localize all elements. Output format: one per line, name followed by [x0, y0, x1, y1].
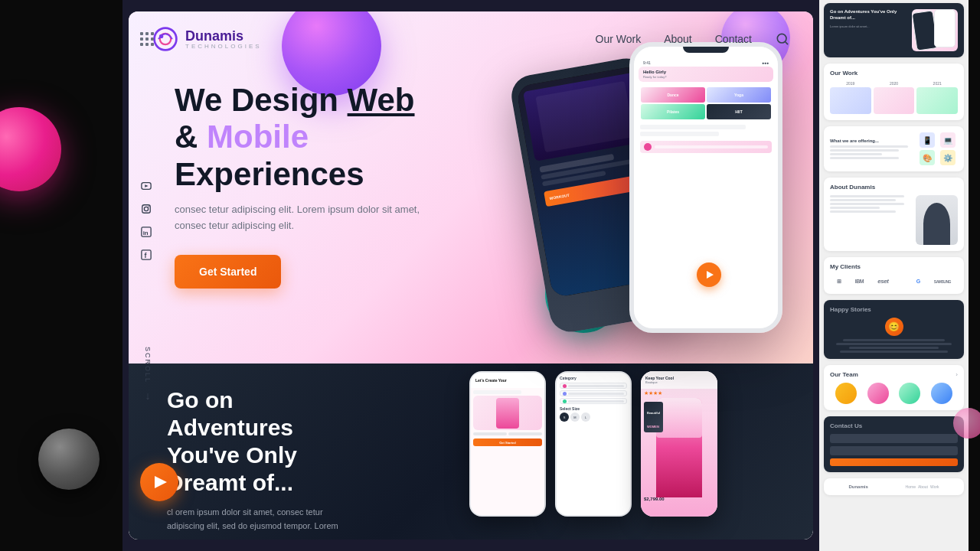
dark-play-icon: [155, 476, 167, 488]
svg-rect-6: [142, 205, 151, 214]
svg-point-0: [155, 28, 177, 51]
rp-hero-text: Go on Adventures You've Only Dreamt of..…: [830, 9, 909, 51]
dark-phone-3: Keep Your Cool Boutique ★★★★ $2,799.00: [641, 371, 717, 517]
rp-about-content: [830, 195, 958, 245]
rp-offering-title: What we are offering...: [830, 139, 916, 143]
pink-ball-decoration: [0, 107, 61, 191]
youtube-icon[interactable]: [140, 180, 152, 192]
grid-dot: [151, 32, 154, 35]
rp-about-person: [916, 195, 958, 245]
rp-happy-avatar: 😊: [885, 318, 903, 336]
rp-happy-lines: [830, 339, 958, 353]
grid-dot: [140, 43, 143, 46]
gray-ball-decoration: [38, 429, 100, 490]
dark-section-phones: Let's Create Your Get Started: [374, 364, 813, 540]
rp-footer-card: Dunamis Home About Work: [824, 478, 964, 495]
rp-offering-content: What we are offering... 📱 💻 🎨: [830, 132, 958, 165]
grid-dot: [145, 37, 149, 41]
rp-icon-3: 🎨: [920, 150, 935, 165]
rp-team-card: Our Team ›: [824, 365, 964, 410]
rp-work-thumb-2: [874, 87, 915, 114]
main-content-area: Dunamis Technologies Our Work About Cont…: [129, 11, 813, 540]
scroll-indicator: Scroll ↓: [144, 347, 152, 402]
facebook-icon[interactable]: f: [140, 249, 152, 261]
instagram-icon[interactable]: [140, 203, 152, 215]
rp-about-line-3: [830, 203, 904, 205]
phone-header: Let's Create Your: [471, 373, 544, 388]
rp-about-title: About Dunamis: [830, 184, 958, 191]
rp-happy-line-4: [840, 350, 949, 353]
rp-footer-link-2[interactable]: About: [918, 484, 928, 489]
grid-menu-icon[interactable]: [140, 32, 154, 46]
hero-title: We Design Web & Mobile Experiences: [175, 82, 488, 193]
rp-about-text: [830, 195, 913, 245]
grid-dot: [140, 32, 143, 35]
grid-dot: [151, 37, 154, 41]
nav-contact[interactable]: Contact: [715, 33, 752, 45]
get-started-button[interactable]: Get Started: [175, 255, 281, 289]
rp-hero-card: Go on Adventures You've Only Dreamt of..…: [824, 3, 964, 57]
svg-text:in: in: [143, 230, 149, 236]
rp-about-line-4: [830, 207, 880, 209]
scroll-arrow-icon: ↓: [145, 390, 151, 402]
rp-offering-icons: 📱 💻 🎨 ⚙️: [920, 132, 958, 165]
nav-our-work[interactable]: Our Work: [596, 33, 642, 45]
logo[interactable]: Dunamis Technologies: [152, 25, 262, 53]
phone-front: 9:41 ●●● Hello Girly Ready for today? Da…: [629, 42, 782, 333]
grid-dot: [145, 43, 149, 46]
rp-clients-card: My Clients ⊞ IBM eset G SAMSUNG: [824, 257, 964, 294]
play-button[interactable]: [697, 262, 721, 287]
search-icon[interactable]: [775, 31, 790, 47]
svg-point-7: [144, 207, 148, 210]
rp-team-member-4: [931, 383, 952, 404]
logo-text: Dunamis Technologies: [185, 29, 262, 50]
rp-mini-phone-2: [934, 9, 956, 47]
rp-team-expand[interactable]: ›: [956, 371, 958, 378]
linkedin-icon[interactable]: in: [140, 226, 152, 238]
rp-clients-logos: ⊞ IBM eset G SAMSUNG: [830, 275, 958, 288]
hero-content: We Design Web & Mobile Experiences conse…: [129, 67, 527, 304]
phone-mockups: WORKOUT 9:41 ●●●: [499, 42, 790, 364]
rp-our-work-title: Our Work: [830, 70, 958, 77]
nav-about[interactable]: About: [664, 33, 692, 45]
svg-point-8: [148, 206, 149, 207]
svg-marker-5: [145, 184, 148, 187]
scroll-label: Scroll: [144, 347, 152, 383]
rp-contact-input-1[interactable]: [830, 434, 958, 443]
nav-links: Our Work About Contact: [596, 31, 790, 47]
rp-work-years: 2019 2020 2021: [830, 81, 958, 114]
rp-contact-submit[interactable]: [830, 458, 958, 466]
rp-offering-lines: [830, 145, 916, 159]
dark-section: Go on Adventures You've Only Dreamt of..…: [129, 364, 813, 540]
dark-section-play-button[interactable]: [140, 463, 178, 501]
client-ibm: IBM: [855, 279, 864, 284]
svg-point-3: [777, 34, 786, 43]
dark-title-line2: You've Only: [167, 442, 297, 468]
dark-section-description: cl orem ipsum dolor sit amet, consec tet…: [167, 506, 351, 533]
rp-footer-links: Home About Work: [906, 484, 939, 489]
rp-work-year-2020: 2020: [874, 81, 915, 114]
hero-title-web: Web: [348, 82, 415, 118]
rp-line-1: [830, 145, 908, 148]
rp-year-label-2: 2020: [874, 81, 915, 86]
rp-footer-logo: Dunamis: [848, 484, 867, 489]
rp-about-line-5: [830, 210, 896, 213]
rp-about-line-2: [830, 199, 896, 201]
logo-icon: [152, 25, 179, 53]
rp-happy-title: Happy Stories: [830, 306, 958, 313]
hero-title-mobile-wrap: & Mobile: [175, 119, 309, 155]
rp-footer-link-1[interactable]: Home: [906, 484, 916, 489]
grid-dot: [145, 32, 149, 35]
rp-contact-input-2[interactable]: [830, 446, 958, 455]
dark-phone-1-screen: Let's Create Your Get Started: [471, 373, 544, 515]
rp-icon-4: ⚙️: [940, 150, 956, 165]
app-grid: Dance Yoga Pilates HIIT: [639, 85, 773, 122]
rp-footer-link-3[interactable]: Work: [930, 484, 939, 489]
rp-person-figure: [923, 203, 950, 245]
right-panel: Go on Adventures You've Only Dreamt of..…: [819, 0, 969, 551]
left-black-panel: [0, 0, 122, 551]
grid-dot: [140, 37, 143, 41]
rp-happy-content: 😊: [830, 318, 958, 353]
social-icons: in f: [140, 180, 152, 261]
rp-happy-line-3: [849, 347, 939, 349]
